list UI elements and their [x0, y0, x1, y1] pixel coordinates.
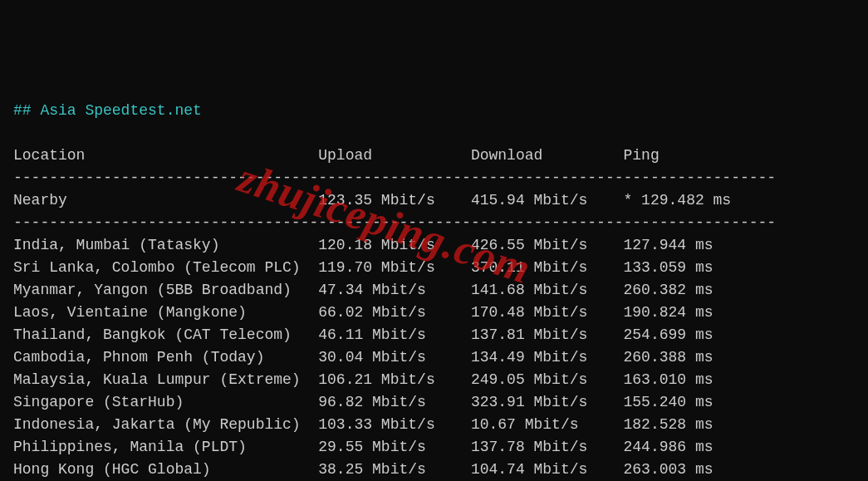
- separator: ----------------------------------------…: [13, 169, 776, 186]
- table-row: Malaysia, Kuala Lumpur (Extreme) 106.21 …: [13, 371, 714, 388]
- table-row: Sri Lanka, Colombo (Telecom PLC) 119.70 …: [13, 259, 714, 276]
- header-row: Location Upload Download Ping: [13, 147, 660, 164]
- separator: ----------------------------------------…: [13, 214, 776, 231]
- table-row: Hong Kong (HGC Global) 38.25 Mbit/s 104.…: [13, 461, 714, 478]
- table-row: Cambodia, Phnom Penh (Today) 30.04 Mbit/…: [13, 349, 714, 366]
- table-row: Laos, Vientaine (Mangkone) 66.02 Mbit/s …: [13, 304, 714, 321]
- section-title: ## Asia Speedtest.net: [13, 102, 202, 119]
- table-row: Thailand, Bangkok (CAT Telecom) 46.11 Mb…: [13, 326, 714, 343]
- nearby-row: Nearby 123.35 Mbit/s 415.94 Mbit/s * 129…: [13, 192, 731, 209]
- table-row: Philippines, Manila (PLDT) 29.55 Mbit/s …: [13, 439, 714, 455]
- table-row: Myanmar, Yangon (5BB Broadband) 47.34 Mb…: [13, 282, 714, 298]
- table-row: Singapore (StarHub) 96.82 Mbit/s 323.91 …: [13, 394, 714, 410]
- table-row: Indonesia, Jakarta (My Republic) 103.33 …: [13, 416, 714, 433]
- terminal-output: ## Asia Speedtest.net Location Upload Do…: [13, 100, 855, 481]
- table-row: India, Mumbai (Tatasky) 120.18 Mbit/s 42…: [13, 237, 714, 253]
